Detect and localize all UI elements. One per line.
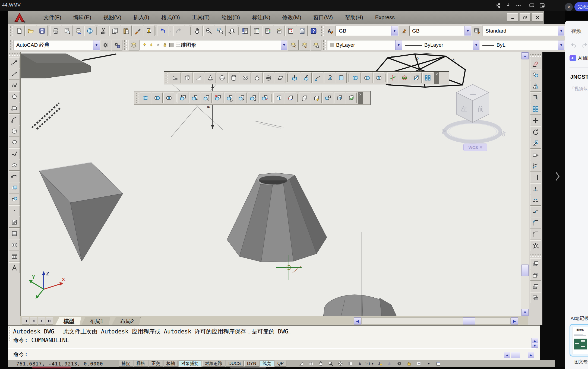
- command-grip[interactable]: [9, 327, 11, 341]
- subtract-button[interactable]: [152, 93, 163, 103]
- autocad-logo-icon[interactable]: [14, 12, 27, 23]
- sheetset-manager-button[interactable]: [274, 26, 285, 36]
- nav-next-button[interactable]: [38, 317, 45, 325]
- slice-button[interactable]: [411, 72, 422, 83]
- layer-states-button[interactable]: [288, 40, 299, 50]
- modeling-toolbar-close-button[interactable]: [434, 72, 439, 84]
- color-combobox[interactable]: ByLayer▼: [327, 40, 402, 50]
- lock-icon[interactable]: [163, 43, 167, 47]
- bulb-icon[interactable]: [142, 43, 147, 47]
- mirror-button[interactable]: [530, 81, 541, 92]
- more-icon[interactable]: [515, 2, 522, 9]
- gear-button[interactable]: [100, 40, 111, 50]
- toggle-捕捉[interactable]: 捕捉: [119, 361, 133, 367]
- layer-combobox-arrow-icon[interactable]: ▼: [281, 40, 287, 50]
- toolbar-grip[interactable]: [136, 93, 138, 103]
- sweep-button[interactable]: [312, 72, 323, 83]
- gradient-button[interactable]: [9, 228, 20, 239]
- toggle-DUCS[interactable]: DUCS: [226, 361, 244, 367]
- toggle-正交[interactable]: 正交: [149, 361, 163, 367]
- stretch-button[interactable]: [530, 149, 541, 160]
- command-hscroll-thumb[interactable]: [511, 352, 520, 358]
- spline-button[interactable]: [9, 148, 20, 159]
- point-button[interactable]: [9, 205, 20, 216]
- freeze-sun-icon[interactable]: [149, 43, 154, 47]
- insert-block-button[interactable]: [9, 183, 20, 193]
- rotate-faces-button[interactable]: [224, 93, 235, 103]
- panel-undo-icon[interactable]: [571, 42, 577, 48]
- dome-solid-object[interactable]: [227, 173, 327, 262]
- copy-object-button[interactable]: [530, 69, 541, 80]
- gear-button[interactable]: [395, 361, 403, 367]
- pip-icon[interactable]: [538, 2, 546, 9]
- toolbar-grip[interactable]: [10, 26, 12, 36]
- join-button[interactable]: [530, 206, 541, 217]
- match-properties-button[interactable]: [132, 26, 143, 36]
- toggle-线宽[interactable]: 线宽: [260, 361, 274, 367]
- menu-5[interactable]: 格式(O): [155, 11, 186, 24]
- intersect-button[interactable]: [163, 93, 174, 103]
- move-faces-button[interactable]: [189, 93, 200, 103]
- table-style-button[interactable]: [472, 26, 482, 36]
- polysolid-button[interactable]: [170, 72, 181, 83]
- hscroll-left-button[interactable]: ◀: [354, 317, 361, 325]
- multiline-text-button[interactable]: [9, 262, 20, 273]
- capture-icon[interactable]: [528, 2, 536, 9]
- table-style-combobox[interactable]: Standard▼: [483, 26, 565, 36]
- pan-button[interactable]: [192, 26, 203, 36]
- nav-prev-button[interactable]: [30, 317, 37, 325]
- scroll-up-button[interactable]: ▲: [521, 52, 529, 59]
- scroll-down-button[interactable]: ▼: [521, 309, 529, 316]
- command-hscroll-right[interactable]: ▶: [528, 352, 534, 358]
- panel-redo-icon[interactable]: [581, 42, 587, 48]
- table-button[interactable]: [9, 251, 20, 262]
- command-hscroll-left[interactable]: ◀: [504, 352, 510, 358]
- layer-previous-button[interactable]: [299, 40, 310, 50]
- move-button[interactable]: [530, 115, 541, 126]
- copy-faces-button[interactable]: [248, 93, 258, 103]
- toolbar-grip[interactable]: [10, 40, 12, 50]
- window-close-button[interactable]: [532, 13, 543, 21]
- menu-3[interactable]: 视图(V): [97, 11, 127, 24]
- show-motion-button[interactable]: [346, 361, 354, 367]
- annotation-scale-button[interactable]: 1:1▼: [356, 361, 374, 367]
- toolbar-grip[interactable]: [166, 73, 168, 83]
- wcs-dropdown[interactable]: WCS▽: [463, 144, 487, 151]
- construction-line-button[interactable]: [9, 69, 20, 79]
- arc-button[interactable]: [9, 114, 20, 125]
- hscroll-right-button[interactable]: ▶: [511, 317, 518, 325]
- vertical-scroll-thumb[interactable]: [521, 265, 529, 276]
- command-scroll-down[interactable]: ▼: [532, 343, 538, 348]
- send-under-button[interactable]: [530, 292, 541, 303]
- cone-button[interactable]: [205, 72, 216, 83]
- layer-combobox[interactable]: 三维图形▼: [140, 40, 287, 50]
- menu-8[interactable]: 标注(N): [246, 11, 276, 24]
- solid-editing-toolbar-close-button[interactable]: [358, 92, 363, 104]
- menu-10[interactable]: 窗口(W): [307, 11, 339, 24]
- video-progress-segment[interactable]: [32, 367, 71, 368]
- lineweight-combobox-arrow-icon[interactable]: ▼: [558, 40, 564, 50]
- planar-surface-button[interactable]: [275, 72, 286, 83]
- undo-dropdown-button[interactable]: [169, 26, 173, 36]
- clean-button[interactable]: [311, 93, 322, 103]
- tab-模型[interactable]: 模型: [55, 317, 81, 325]
- hscroll-thumb[interactable]: [463, 317, 475, 325]
- annotation-visibility-button[interactable]: [376, 361, 384, 367]
- new-file-button[interactable]: [14, 26, 25, 36]
- zoom-realtime-button[interactable]: [203, 26, 214, 36]
- quickcalc-button[interactable]: [297, 26, 308, 36]
- share-icon[interactable]: [494, 2, 502, 9]
- 3d-rotate-button[interactable]: [399, 72, 410, 83]
- text-style-combobox-arrow-icon[interactable]: ▼: [391, 26, 398, 36]
- intersect-button[interactable]: [373, 72, 384, 83]
- panel-close-button[interactable]: ✕: [565, 3, 573, 11]
- annotation-autoscale-button[interactable]: [385, 361, 394, 367]
- toolbar-grip[interactable]: [530, 54, 541, 57]
- app-window-button[interactable]: [434, 361, 442, 367]
- ai-assist-item[interactable]: AI AI辅助: [570, 55, 588, 61]
- help-button[interactable]: ?: [308, 26, 319, 36]
- box-button[interactable]: [182, 72, 192, 83]
- publish-web-button[interactable]: [84, 26, 95, 36]
- designcenter-button[interactable]: [251, 26, 262, 36]
- color-edges-button[interactable]: [285, 93, 296, 103]
